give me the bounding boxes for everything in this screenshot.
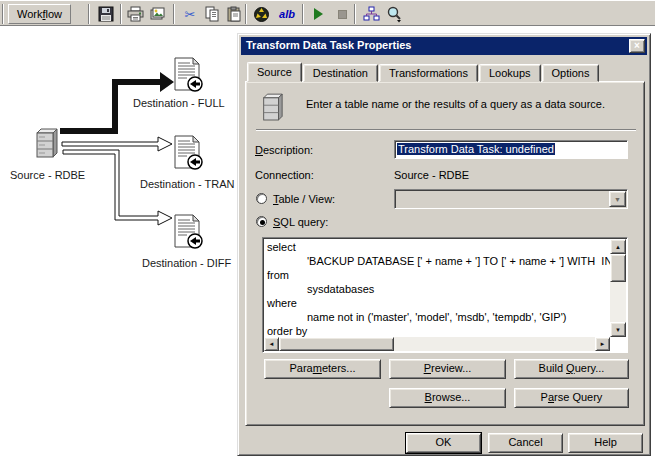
sql-query-label: SQL query: <box>273 216 328 228</box>
execute-button[interactable] <box>307 3 329 25</box>
browse-button[interactable]: Browse... <box>389 388 506 408</box>
tab-lookups[interactable]: Lookups <box>479 64 541 82</box>
vertical-scroll-thumb[interactable] <box>610 254 626 282</box>
close-icon: × <box>634 40 640 51</box>
arrow-down-icon: ▼ <box>615 327 621 333</box>
sql-query-textarea[interactable]: select 'BACKUP DATABASE [' + name + '] T… <box>262 237 628 353</box>
destination-diff-label: Destination - DIFF <box>142 257 231 269</box>
annotation-button[interactable]: alb <box>274 3 300 25</box>
toolbar-separator <box>120 4 122 24</box>
toolbar: Workflow ✂ <box>0 0 655 26</box>
tab-header-text: Enter a table name or the results of a q… <box>306 98 641 110</box>
toolbar-separator <box>245 4 247 24</box>
destination-full-icon[interactable] <box>173 57 203 93</box>
copy-icon <box>204 6 220 22</box>
menu-workflow[interactable]: Workflow <box>8 4 71 24</box>
paste-icon <box>226 6 242 22</box>
tab-source[interactable]: Source <box>247 62 302 82</box>
export-image-button[interactable] <box>146 3 168 25</box>
print-button[interactable] <box>124 3 146 25</box>
tab-options[interactable]: Options <box>542 64 600 82</box>
description-label: Description: <box>255 144 313 156</box>
dialog-titlebar[interactable]: Transform Data Task Properties × <box>241 37 647 55</box>
arrow-right-icon: ► <box>600 341 606 347</box>
ok-button[interactable]: OK <box>406 433 481 453</box>
destination-tran-icon[interactable] <box>173 135 203 171</box>
connection-value: Source - RDBE <box>394 169 469 181</box>
export-image-icon <box>149 6 166 22</box>
arrow-up-icon: ▲ <box>615 244 621 250</box>
parse-query-button[interactable]: Parse Query <box>514 388 629 408</box>
destination-tran-label: Destination - TRAN <box>140 178 235 190</box>
zoom-icon <box>386 6 403 23</box>
help-button[interactable]: Help <box>568 433 643 453</box>
scroll-up-button[interactable]: ▲ <box>610 239 626 254</box>
source-tab-page: Enter a table name or the results of a q… <box>245 81 645 426</box>
package-icon <box>253 6 270 23</box>
print-icon <box>127 6 144 22</box>
cancel-button[interactable]: Cancel <box>488 433 563 453</box>
zoom-button[interactable] <box>383 3 405 25</box>
parameters-button[interactable]: Parameters... <box>264 359 381 379</box>
execute-play-icon <box>314 8 323 20</box>
auto-layout-button[interactable] <box>360 3 382 25</box>
toolbar-separator <box>173 4 175 24</box>
save-button[interactable] <box>95 3 117 25</box>
stop-icon <box>338 10 347 19</box>
copy-button[interactable] <box>201 3 223 25</box>
tab-destination[interactable]: Destination <box>303 64 378 82</box>
workflow-canvas: Source - RDBE Destination - FULL Destina… <box>0 26 237 465</box>
description-input[interactable]: Transform Data Task: undefined <box>394 140 628 159</box>
arrow-tran[interactable] <box>62 137 172 151</box>
destination-full-label: Destination - FULL <box>133 97 225 109</box>
vertical-scrollbar[interactable]: ▲ ▼ <box>610 239 626 337</box>
paste-button[interactable] <box>223 3 245 25</box>
cut-icon: ✂ <box>185 7 196 22</box>
chevron-down-icon: ▼ <box>614 196 621 203</box>
table-view-label: Table / View: <box>273 193 335 205</box>
tab-transformations[interactable]: Transformations <box>379 64 478 82</box>
preview-button[interactable]: Preview... <box>389 359 506 379</box>
destination-diff-icon[interactable] <box>173 214 203 250</box>
sql-query-radio[interactable] <box>256 216 267 227</box>
dialog-title: Transform Data Task Properties <box>246 39 411 51</box>
package-button[interactable] <box>250 3 272 25</box>
horizontal-scrollbar[interactable]: ◄ ► <box>264 337 610 351</box>
separator <box>256 129 636 131</box>
combobox-dropdown-button[interactable]: ▼ <box>609 191 626 207</box>
cut-button[interactable]: ✂ <box>179 3 201 25</box>
scroll-right-button[interactable]: ► <box>595 337 610 351</box>
close-button[interactable]: × <box>629 39 645 53</box>
scroll-down-button[interactable]: ▼ <box>610 322 626 337</box>
description-value: Transform Data Task: undefined <box>397 143 555 155</box>
annotation-icon: alb <box>279 8 295 20</box>
save-icon <box>98 6 114 22</box>
toolbar-gripper <box>2 4 4 24</box>
database-icon <box>260 92 284 124</box>
tab-strip: Source Destination Transformations Looku… <box>247 63 600 82</box>
toolbar-separator <box>88 4 90 24</box>
toolbar-separator <box>302 4 304 24</box>
horizontal-scroll-thumb[interactable] <box>279 337 394 351</box>
connection-label: Connection: <box>255 169 314 181</box>
scroll-left-button[interactable]: ◄ <box>264 337 279 351</box>
arrow-left-icon: ◄ <box>269 341 275 347</box>
menu-workflow-label: Work <box>17 8 42 20</box>
source-database-icon[interactable] <box>33 127 59 161</box>
source-label: Source - RDBE <box>10 169 85 181</box>
sql-query-text[interactable]: select 'BACKUP DATABASE [' + name + '] T… <box>264 239 610 337</box>
build-query-button[interactable]: Build Query... <box>514 359 629 379</box>
table-view-radio[interactable] <box>256 193 267 204</box>
transform-data-task-dialog: Transform Data Task Properties × Source … <box>237 33 651 456</box>
toolbar-separator <box>354 4 356 24</box>
auto-layout-icon <box>363 6 380 22</box>
table-view-combobox[interactable]: ▼ <box>394 189 628 209</box>
stop-button[interactable] <box>331 3 353 25</box>
